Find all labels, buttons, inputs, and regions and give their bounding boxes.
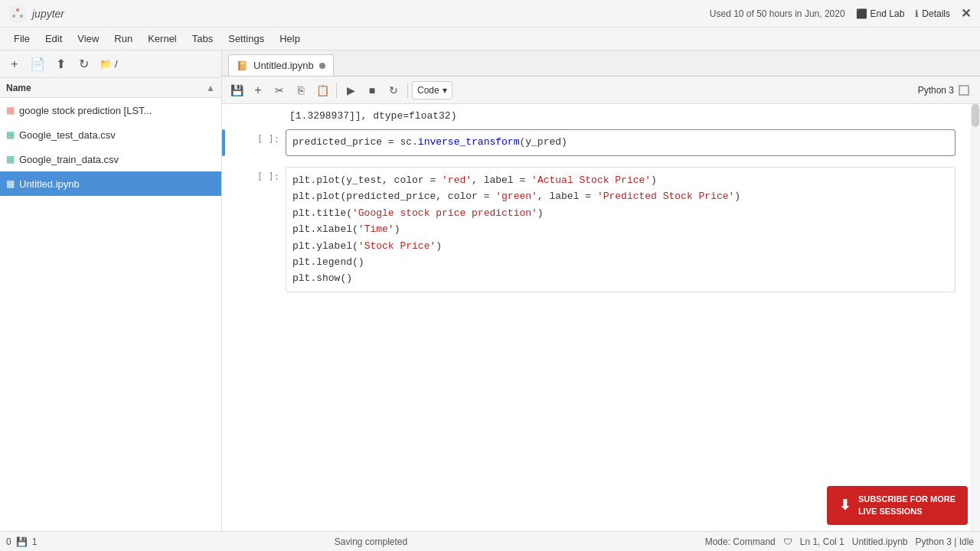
- cell-type-chevron: ▾: [443, 85, 447, 96]
- status-saving: Saving completed: [37, 536, 704, 547]
- menu-settings[interactable]: Settings: [220, 31, 272, 47]
- svg-point-2: [20, 15, 23, 18]
- new-folder-button[interactable]: +: [5, 54, 24, 74]
- cells-area: [1.3298937]], dtype=float32) [ ]: predic…: [222, 104, 980, 531]
- kernel-label: Python 3: [918, 85, 954, 96]
- paste-button[interactable]: 📋: [312, 80, 332, 100]
- status-save-icon: 💾: [16, 536, 28, 547]
- status-bar: 0 💾 1 Saving completed Mode: Command 🛡 L…: [0, 531, 980, 551]
- code-line-5: plt.ylabel('Stock Price'): [292, 238, 949, 254]
- tab-unsaved-dot: [319, 63, 325, 69]
- menu-run[interactable]: Run: [106, 31, 140, 47]
- scrollbar-thumb[interactable]: [972, 104, 979, 127]
- kernel-status-circle: [959, 85, 969, 96]
- code-line-3: plt.title('Google stock price prediction…: [292, 205, 949, 221]
- lab-usage-text: Used 10 of 50 hours in Jun, 2020: [710, 8, 845, 19]
- cut-button[interactable]: ✂: [270, 80, 289, 100]
- menu-bar: File Edit View Run Kernel Tabs Settings …: [0, 28, 980, 51]
- details-button[interactable]: Details: [922, 8, 950, 19]
- restart-button[interactable]: ↻: [384, 80, 403, 100]
- file-name: google stock prediction [LST...: [19, 105, 152, 116]
- cell-1-code[interactable]: predicted_price = sc.inverse_transform(y…: [286, 129, 956, 156]
- svg-point-0: [16, 8, 19, 11]
- tab-label: Untitled.ipynb: [253, 60, 314, 71]
- end-lab-section: ⬛ End Lab: [856, 8, 905, 19]
- cell-1: [ ]: predicted_price = sc.inverse_transf…: [222, 128, 971, 158]
- file-icon-csv2: ▦: [6, 154, 15, 165]
- add-cell-button[interactable]: +: [248, 80, 268, 100]
- name-column-header: Name: [6, 83, 31, 93]
- file-item-untitled[interactable]: ▦ Untitled.ipynb: [0, 171, 221, 196]
- file-list-header: Name ▲: [0, 78, 221, 98]
- sort-icon[interactable]: ▲: [206, 83, 215, 93]
- close-button[interactable]: ✕: [961, 6, 971, 21]
- notebook-tab[interactable]: 📔 Untitled.ipynb: [228, 54, 334, 76]
- cell-output-text: [1.3298937]], dtype=float32): [289, 107, 956, 125]
- new-file-button[interactable]: 📄: [28, 54, 47, 74]
- cell-output: [1.3298937]], dtype=float32): [222, 104, 971, 128]
- subscribe-label: SUBSCRIBE FOR MORELIVE SESSIONS: [858, 494, 956, 517]
- details-section: ℹ Details: [915, 8, 950, 19]
- status-right: Mode: Command 🛡 Ln 1, Col 1 Untitled.ipy…: [705, 536, 974, 547]
- refresh-button[interactable]: ↻: [74, 54, 93, 74]
- code-line-1: plt.plot(y_test, color = 'red', label = …: [292, 172, 949, 188]
- file-item-google-stock[interactable]: ▦ google stock prediction [LST...: [0, 98, 221, 122]
- file-icon-csv1: ▦: [6, 129, 15, 140]
- status-cell-num: 0: [6, 536, 11, 547]
- path-text: /: [115, 58, 118, 70]
- status-shield-icon: 🛡: [783, 536, 792, 547]
- interrupt-button[interactable]: ■: [362, 80, 382, 100]
- code-line-6: plt.legend(): [292, 254, 949, 270]
- menu-edit[interactable]: Edit: [38, 31, 70, 47]
- file-item-train-csv[interactable]: ▦ Google_train_data.csv: [0, 147, 221, 171]
- code-text-1: predicted_price = sc.inverse_transform(y…: [292, 136, 567, 148]
- subscribe-banner[interactable]: ⬇ SUBSCRIBE FOR MORELIVE SESSIONS: [827, 486, 968, 525]
- cell-type-label: Code: [417, 85, 439, 96]
- file-icon-active-ipynb: ▦: [6, 178, 15, 189]
- tab-bar: 📔 Untitled.ipynb: [222, 51, 980, 77]
- upload-button[interactable]: ⬆: [51, 54, 70, 74]
- file-name-untitled: Untitled.ipynb: [19, 178, 80, 190]
- code-line-7: plt.show(): [292, 270, 949, 286]
- folder-icon: 📁: [100, 58, 112, 70]
- app-title: jupyter: [32, 8, 64, 20]
- menu-view[interactable]: View: [70, 31, 106, 47]
- menu-kernel[interactable]: Kernel: [140, 31, 185, 47]
- jupyter-logo-icon: [9, 5, 26, 22]
- cell-1-bar: [222, 129, 225, 156]
- toolbar-separator-2: [407, 83, 408, 98]
- notebook-toolbar: 💾 + ✂ ⎘ 📋 ▶ ■ ↻ Code ▾ Python 3: [222, 77, 980, 104]
- status-filename: Untitled.ipynb: [852, 536, 908, 547]
- code-line-4: plt.xlabel('Time'): [292, 221, 949, 237]
- notebook-area: 📔 Untitled.ipynb 💾 + ✂ ⎘ 📋 ▶ ■ ↻ Code ▾ …: [222, 51, 980, 531]
- cell-1-prompt: [ ]:: [228, 129, 286, 156]
- sidebar: + 📄 ⬆ ↻ 📁 / Name ▲ ▦ google stock predic…: [0, 51, 222, 531]
- menu-file[interactable]: File: [6, 31, 38, 47]
- cell-2: [ ]: plt.plot(y_test, color = 'red', lab…: [222, 164, 971, 295]
- file-icon-ipynb: ▦: [6, 105, 15, 116]
- cell-bar-output: [222, 107, 225, 125]
- kernel-indicator: Python 3: [918, 85, 975, 96]
- top-bar: jupyter Used 10 of 50 hours in Jun, 2020…: [0, 0, 980, 28]
- status-kernel: Python 3 | Idle: [916, 536, 975, 547]
- cell-type-selector[interactable]: Code ▾: [412, 81, 452, 99]
- end-lab-button[interactable]: End Lab: [871, 8, 905, 19]
- subscribe-arrow-icon: ⬇: [839, 496, 851, 515]
- info-icon: ℹ: [915, 8, 919, 19]
- status-cell-count: 1: [32, 536, 38, 547]
- file-item-test-csv[interactable]: ▦ Google_test_data.csv: [0, 122, 221, 147]
- status-mode: Mode: Command: [705, 536, 776, 547]
- save-button[interactable]: 💾: [227, 80, 247, 100]
- menu-tabs[interactable]: Tabs: [185, 31, 220, 47]
- file-name-test: Google_test_data.csv: [19, 129, 116, 141]
- toolbar-separator-1: [336, 83, 337, 98]
- status-position: Ln 1, Col 1: [800, 536, 844, 547]
- code-line-2: plt.plot(predicted_price, color = 'green…: [292, 188, 949, 204]
- copy-button[interactable]: ⎘: [291, 80, 311, 100]
- scrollbar-track[interactable]: [971, 104, 980, 531]
- cell-2-code[interactable]: plt.plot(y_test, color = 'red', label = …: [286, 167, 956, 292]
- menu-help[interactable]: Help: [272, 31, 308, 47]
- path-display: 📁 /: [100, 58, 118, 70]
- run-button[interactable]: ▶: [341, 80, 361, 100]
- cell-2-bar: [222, 167, 225, 292]
